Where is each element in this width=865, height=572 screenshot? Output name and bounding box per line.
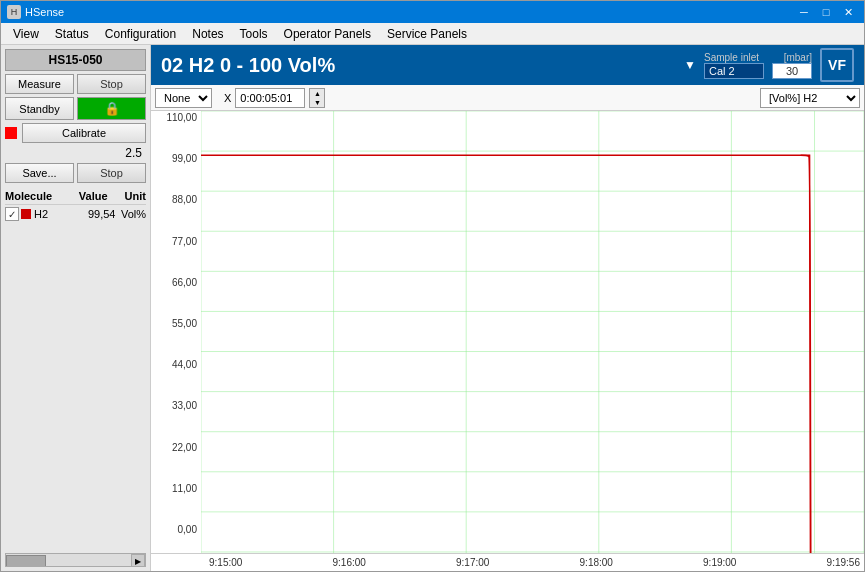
- chart-bottom: 9:15:00 9:16:00 9:17:00 9:18:00 9:19:00 …: [151, 553, 864, 571]
- y-tick-77: 77,00: [151, 237, 197, 247]
- x-tick-4: 9:18:00: [580, 557, 613, 568]
- save-button[interactable]: Save...: [5, 163, 74, 183]
- checkmark-icon: ✓: [8, 209, 16, 220]
- x-tick-6: 9:19:56: [827, 557, 860, 568]
- menu-service-panels[interactable]: Service Panels: [379, 25, 475, 43]
- time-spinner-down[interactable]: ▼: [310, 98, 324, 107]
- lock-button[interactable]: 🔒: [77, 97, 146, 120]
- mbar-label: [mbar]: [772, 52, 812, 63]
- y-tick-88: 88,00: [151, 195, 197, 205]
- calibrate-button[interactable]: Calibrate: [22, 123, 146, 143]
- stop-button-bottom[interactable]: Stop: [77, 163, 146, 183]
- app-icon: H: [7, 5, 21, 19]
- chart-controls: None X ▲ ▼ [Vol%] H2: [151, 85, 864, 111]
- time-spinner[interactable]: ▲ ▼: [309, 88, 325, 108]
- close-button[interactable]: ✕: [838, 4, 858, 20]
- chart-svg-area: [201, 111, 864, 553]
- title-bar-controls: ─ □ ✕: [794, 4, 858, 20]
- time-input[interactable]: [235, 88, 305, 108]
- menu-bar: View Status Configuration Notes Tools Op…: [1, 23, 864, 45]
- menu-configuration[interactable]: Configuration: [97, 25, 184, 43]
- y-tick-0: 0,00: [151, 525, 197, 535]
- unit-col-header: Unit: [108, 190, 146, 202]
- y-tick-33: 33,00: [151, 401, 197, 411]
- y-tick-66: 66,00: [151, 278, 197, 288]
- molecule-color-box: [21, 209, 31, 219]
- x-tick-3: 9:17:00: [456, 557, 489, 568]
- save-stop-row: Save... Stop: [5, 163, 146, 183]
- stop-button-top[interactable]: Stop: [77, 74, 146, 94]
- standby-button[interactable]: Standby: [5, 97, 74, 120]
- chart-title: 02 H2 0 - 100 Vol%: [161, 54, 676, 77]
- sample-inlet-label: Sample inlet: [704, 52, 764, 63]
- molecule-row: ✓ H2 99,54 Vol%: [5, 207, 146, 221]
- molecule-value: 99,54: [75, 208, 116, 220]
- molecule-unit: Vol%: [115, 208, 146, 220]
- device-label: HS15-050: [5, 49, 146, 71]
- none-select[interactable]: None: [155, 88, 212, 108]
- measure-button[interactable]: Measure: [5, 74, 74, 94]
- main-content: HS15-050 Measure Stop Standby 🔒 Calibrat…: [1, 45, 864, 571]
- x-axis-ticks: 9:15:00 9:16:00 9:17:00 9:18:00 9:19:00 …: [205, 557, 864, 568]
- scrollbar-thumb: [6, 555, 46, 567]
- lock-icon: 🔒: [104, 101, 120, 116]
- time-spinner-up[interactable]: ▲: [310, 89, 324, 98]
- chart-wrapper: 110,00 99,00 88,00 77,00 66,00 55,00 44,…: [151, 111, 864, 553]
- cal-value: 2.5: [5, 146, 146, 160]
- x-axis-label: X: [224, 92, 231, 104]
- molecule-table-header: Molecule Value Unit: [5, 190, 146, 205]
- window-title: HSense: [25, 6, 794, 18]
- data-line: [201, 155, 811, 553]
- molecule-name: H2: [34, 208, 75, 220]
- y-tick-11: 11,00: [151, 484, 197, 494]
- menu-status[interactable]: Status: [47, 25, 97, 43]
- vf-badge: VF: [820, 48, 854, 82]
- y-tick-22: 22,00: [151, 443, 197, 453]
- standby-lock-row: Standby 🔒: [5, 97, 146, 120]
- value-col-header: Value: [56, 190, 107, 202]
- title-bar: H HSense ─ □ ✕: [1, 1, 864, 23]
- chart-area: 02 H2 0 - 100 Vol% ▼ Sample inlet Cal 2 …: [151, 45, 864, 571]
- calibrate-row: Calibrate: [5, 123, 146, 143]
- sample-inlet-value[interactable]: Cal 2: [704, 63, 764, 79]
- scrollbar-arrow-right[interactable]: ▶: [131, 554, 145, 567]
- main-window: H HSense ─ □ ✕ View Status Configuration…: [0, 0, 865, 572]
- red-indicator: [5, 127, 17, 139]
- sample-inlet-group: Sample inlet Cal 2: [704, 52, 764, 79]
- mbar-input[interactable]: [772, 63, 812, 79]
- y-tick-99: 99,00: [151, 154, 197, 164]
- y-axis-select[interactable]: [Vol%] H2: [760, 88, 860, 108]
- menu-operator-panels[interactable]: Operator Panels: [276, 25, 379, 43]
- menu-tools[interactable]: Tools: [232, 25, 276, 43]
- chart-header: 02 H2 0 - 100 Vol% ▼ Sample inlet Cal 2 …: [151, 45, 864, 85]
- molecule-checkbox[interactable]: ✓: [5, 207, 19, 221]
- menu-view[interactable]: View: [5, 25, 47, 43]
- y-tick-44: 44,00: [151, 360, 197, 370]
- maximize-button[interactable]: □: [816, 4, 836, 20]
- x-tick-5: 9:19:00: [703, 557, 736, 568]
- y-tick-55: 55,00: [151, 319, 197, 329]
- measure-stop-row: Measure Stop: [5, 74, 146, 94]
- menu-notes[interactable]: Notes: [184, 25, 231, 43]
- y-axis: 110,00 99,00 88,00 77,00 66,00 55,00 44,…: [151, 111, 201, 553]
- chart-svg: [201, 111, 864, 553]
- mbar-group: [mbar]: [772, 52, 812, 79]
- y-tick-110: 110,00: [151, 113, 197, 123]
- x-tick-2: 9:16:00: [333, 557, 366, 568]
- sidebar-scrollbar[interactable]: ▶: [5, 553, 146, 567]
- chart-title-dropdown-icon[interactable]: ▼: [684, 58, 696, 72]
- molecule-table: Molecule Value Unit ✓ H2 99,54 Vol%: [5, 190, 146, 221]
- minimize-button[interactable]: ─: [794, 4, 814, 20]
- sidebar: HS15-050 Measure Stop Standby 🔒 Calibrat…: [1, 45, 151, 571]
- molecule-col-header: Molecule: [5, 190, 56, 202]
- x-tick-1: 9:15:00: [209, 557, 242, 568]
